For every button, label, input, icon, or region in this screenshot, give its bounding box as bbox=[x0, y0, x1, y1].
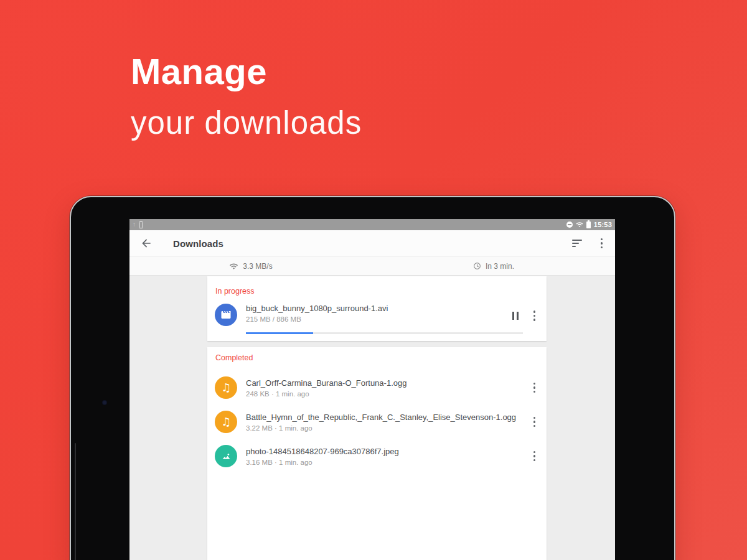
download-row-completed[interactable]: ♫ Carl_Orff-Carmina_Burana-O_Fortuna-1.o… bbox=[207, 371, 547, 405]
wifi-speed-icon bbox=[229, 263, 238, 270]
audio-file-icon: ♫ bbox=[215, 376, 237, 399]
audio-file-icon: ♫ bbox=[215, 411, 237, 433]
music-note-icon: ♫ bbox=[221, 416, 231, 427]
download-row-completed[interactable]: photo-1484518648207-969ca30786f7.jpeg 3.… bbox=[207, 439, 547, 474]
eta-indicator: In 3 min. bbox=[372, 257, 615, 275]
battery-icon bbox=[586, 222, 591, 228]
file-text: photo-1484518648207-969ca30786f7.jpeg 3.… bbox=[246, 447, 531, 466]
download-info-bar: 3.3 MB/s In 3 min. bbox=[129, 257, 615, 276]
file-text: Battle_Hymn_of_the_Republic,_Frank_C._St… bbox=[246, 413, 531, 432]
speed-value: 3.3 MB/s bbox=[243, 262, 272, 271]
clock-icon bbox=[473, 262, 481, 270]
tablet-side-detail bbox=[75, 443, 76, 560]
file-name: big_buck_bunny_1080p_surround-1.avi bbox=[246, 304, 511, 313]
section-label-in-progress: In progress bbox=[207, 276, 547, 297]
file-meta: 3.22 MB · 1 min. ago bbox=[246, 424, 531, 432]
download-row-in-progress[interactable]: big_buck_bunny_1080p_surround-1.avi 215 … bbox=[207, 297, 547, 341]
video-file-icon bbox=[215, 304, 237, 326]
tablet-mockup: ↑ 15:53 Downloads bbox=[70, 196, 675, 560]
downloads-content: In progress big_buck_bunny_1080p_surroun… bbox=[129, 276, 615, 560]
file-name: photo-1484518648207-969ca30786f7.jpeg bbox=[246, 447, 531, 456]
file-name: Carl_Orff-Carmina_Burana-O_Fortuna-1.ogg bbox=[246, 378, 531, 388]
file-progress-text: 215 MB / 886 MB bbox=[246, 315, 511, 323]
app-bar-actions bbox=[572, 236, 606, 251]
page-title: Downloads bbox=[173, 238, 572, 249]
back-button[interactable] bbox=[138, 235, 154, 251]
movie-icon bbox=[220, 309, 232, 320]
sort-button[interactable] bbox=[572, 237, 582, 250]
wifi-icon bbox=[576, 222, 583, 228]
device-icon bbox=[139, 222, 143, 228]
tablet-screen: ↑ 15:53 Downloads bbox=[129, 219, 615, 560]
photo-icon bbox=[220, 450, 232, 462]
status-bar-right: 15:53 bbox=[566, 221, 612, 228]
upload-arrow-icon: ↑ bbox=[133, 222, 136, 228]
hero-subtitle: your downloads bbox=[131, 107, 362, 139]
in-progress-card: In progress big_buck_bunny_1080p_surroun… bbox=[207, 276, 547, 341]
status-time: 15:53 bbox=[594, 221, 612, 228]
progress-bar bbox=[246, 332, 523, 334]
row-actions bbox=[511, 309, 538, 323]
image-file-icon bbox=[215, 445, 237, 467]
file-text: big_buck_bunny_1080p_surround-1.avi 215 … bbox=[246, 304, 511, 323]
do-not-disturb-icon bbox=[566, 222, 573, 228]
row-overflow-button[interactable] bbox=[531, 381, 538, 395]
hero-text: Manage your downloads bbox=[131, 54, 362, 139]
pause-button[interactable] bbox=[511, 310, 520, 321]
row-overflow-button[interactable] bbox=[531, 449, 538, 464]
file-text: Carl_Orff-Carmina_Burana-O_Fortuna-1.ogg… bbox=[246, 378, 531, 398]
eta-value: In 3 min. bbox=[486, 262, 514, 271]
hero-title: Manage bbox=[131, 54, 362, 90]
completed-card: Completed ♫ Carl_Orff-Carmina_Burana-O_F… bbox=[207, 347, 547, 560]
status-bar: ↑ 15:53 bbox=[129, 219, 615, 230]
file-name: Battle_Hymn_of_the_Republic,_Frank_C._St… bbox=[246, 413, 531, 422]
camera-icon bbox=[102, 400, 107, 405]
progress-bar-fill bbox=[246, 332, 313, 334]
music-note-icon: ♫ bbox=[221, 382, 231, 393]
row-overflow-button[interactable] bbox=[531, 415, 538, 429]
file-meta: 3.16 MB · 1 min. ago bbox=[246, 459, 531, 466]
back-arrow-icon bbox=[140, 237, 153, 250]
file-meta: 248 KB · 1 min. ago bbox=[246, 390, 531, 398]
overflow-menu-button[interactable] bbox=[598, 236, 606, 251]
status-bar-left: ↑ bbox=[133, 222, 566, 228]
app-bar: Downloads bbox=[129, 230, 615, 257]
download-row-completed[interactable]: ♫ Battle_Hymn_of_the_Republic,_Frank_C._… bbox=[207, 405, 547, 439]
section-label-completed: Completed bbox=[207, 347, 547, 363]
row-overflow-button[interactable] bbox=[531, 309, 538, 323]
speed-indicator: 3.3 MB/s bbox=[129, 257, 372, 275]
